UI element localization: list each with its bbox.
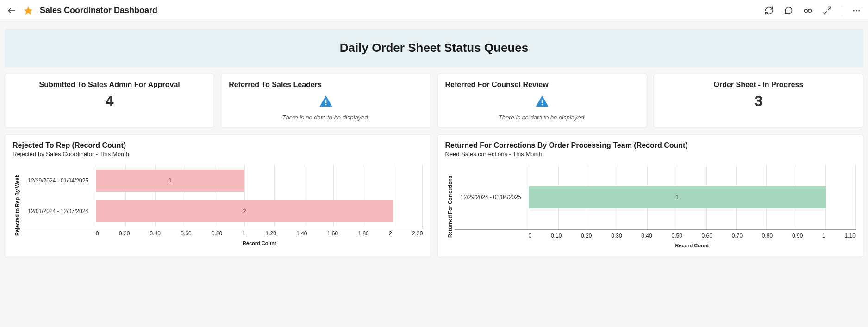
kpi-title: Referred To Sales Leaders	[229, 81, 423, 89]
chart-title: Rejected To Rep (Record Count)	[12, 141, 423, 150]
refresh-icon[interactable]	[764, 6, 774, 16]
bar-row: 12/29/2024 - 01/04/20251	[22, 170, 423, 192]
plot-area: 12/29/2024 - 01/04/2025112/01/2024 - 12/…	[22, 165, 423, 246]
kpi-value: 3	[662, 94, 856, 108]
x-tick: 1	[243, 230, 246, 237]
category-label: 12/29/2024 - 01/04/2025	[22, 177, 91, 184]
nodata-block: There is no data to be displayed.	[445, 94, 639, 121]
x-tick: 0.20	[581, 233, 592, 239]
svg-point-6	[853, 10, 855, 11]
x-axis-label: Record Count	[96, 240, 423, 246]
svg-point-7	[856, 10, 857, 11]
x-tick: 2	[389, 230, 392, 237]
bar-track: 2	[96, 200, 423, 222]
chart-returned-for-corrections[interactable]: Returned For Corrections By Order Proces…	[437, 134, 864, 257]
y-axis-label: Returned For Corrections	[445, 165, 455, 248]
warning-icon	[319, 94, 333, 110]
x-tick: 0	[529, 233, 532, 239]
page-title: Sales Coordinator Dashboard	[40, 6, 157, 15]
back-icon[interactable]	[6, 6, 17, 16]
x-tick: 0.50	[671, 233, 682, 239]
x-axis-label: Record Count	[529, 243, 856, 248]
x-tick: 0.90	[792, 233, 803, 239]
svg-rect-10	[325, 104, 327, 106]
warning-icon	[535, 94, 549, 110]
kpi-title: Order Sheet - In Progress	[662, 81, 856, 89]
banner-title: Daily Order Sheet Status Queues	[9, 41, 859, 55]
bars-area: 12/29/2024 - 01/04/2025112/01/2024 - 12/…	[22, 165, 423, 227]
topbar-left: Sales Coordinator Dashboard	[6, 6, 157, 16]
x-tick: 1.10	[845, 233, 856, 239]
x-tick: 2.20	[412, 230, 423, 237]
chart-rejected-to-rep[interactable]: Rejected To Rep (Record Count) Rejected …	[5, 134, 431, 257]
x-tick: 0.80	[762, 233, 773, 239]
favorite-star-icon[interactable]	[23, 6, 33, 16]
kpi-order-sheet-in-progress[interactable]: Order Sheet - In Progress 3	[654, 74, 863, 128]
kpi-submitted-to-sales-admin[interactable]: Submitted To Sales Admin For Approval 4	[5, 74, 214, 128]
banner: Daily Order Sheet Status Queues	[5, 29, 863, 67]
svg-marker-1	[25, 6, 32, 14]
x-tick: 0.40	[150, 230, 161, 237]
x-tick: 0.10	[551, 233, 562, 239]
bar[interactable]: 2	[96, 200, 393, 222]
bar-row: 12/01/2024 - 12/07/20242	[22, 200, 423, 222]
kpi-referred-to-sales-leaders[interactable]: Referred To Sales Leaders There is no da…	[221, 74, 431, 128]
more-icon[interactable]	[851, 6, 862, 16]
chart-subtitle: Need Sales corrections - This Month	[445, 151, 856, 157]
x-tick: 0.80	[212, 230, 222, 237]
svg-rect-9	[325, 100, 327, 103]
x-tick: 1	[822, 233, 825, 239]
bars-area: 12/29/2024 - 01/04/20251	[455, 165, 856, 230]
x-tick: 1.40	[296, 230, 307, 237]
comment-icon[interactable]	[783, 6, 793, 16]
category-label: 12/29/2024 - 01/04/2025	[455, 194, 524, 201]
svg-line-4	[828, 7, 831, 10]
x-tick: 1.60	[327, 230, 338, 237]
nodata-block: There is no data to be displayed.	[229, 94, 423, 121]
chart-row: Rejected To Rep (Record Count) Rejected …	[3, 128, 865, 257]
x-ticks: 00.100.200.300.400.500.600.700.800.9011.…	[529, 230, 856, 239]
svg-point-8	[858, 10, 860, 11]
topbar-actions	[764, 6, 862, 16]
bar-track: 1	[529, 186, 856, 208]
x-tick: 0.40	[641, 233, 652, 239]
presentation-icon[interactable]	[803, 6, 813, 16]
x-tick: 1.80	[358, 230, 368, 237]
x-tick: 0.30	[611, 233, 622, 239]
bar[interactable]: 1	[96, 170, 244, 192]
x-tick: 1.20	[266, 230, 276, 237]
kpi-referred-for-counsel-review[interactable]: Referred For Counsel Review There is no …	[437, 74, 647, 128]
bar-row: 12/29/2024 - 01/04/20251	[455, 186, 856, 208]
kpi-title: Submitted To Sales Admin For Approval	[12, 81, 206, 89]
nodata-message: There is no data to be displayed.	[499, 114, 586, 121]
dashboard-content: Daily Order Sheet Status Queues Submitte…	[0, 21, 868, 263]
x-tick: 0.20	[119, 230, 130, 237]
chart-body: Rejected to Rep By Week 12/29/2024 - 01/…	[12, 165, 423, 246]
nodata-message: There is no data to be displayed.	[282, 114, 370, 121]
chart-body: Returned For Corrections 12/29/2024 - 01…	[445, 165, 856, 248]
x-tick: 0	[96, 230, 99, 237]
kpi-title: Referred For Counsel Review	[445, 81, 639, 89]
topbar: Sales Coordinator Dashboard	[0, 0, 868, 21]
chart-subtitle: Rejected by Sales Coordinator - This Mon…	[12, 151, 423, 157]
x-tick: 0.70	[732, 233, 743, 239]
svg-rect-11	[542, 100, 543, 103]
y-axis-label: Rejected to Rep By Week	[12, 165, 22, 246]
kpi-row: Submitted To Sales Admin For Approval 4 …	[3, 74, 865, 128]
kpi-value: 4	[12, 94, 206, 108]
x-ticks: 00.200.400.600.8011.201.401.601.8022.20	[96, 227, 423, 237]
category-label: 12/01/2024 - 12/07/2024	[22, 208, 91, 214]
svg-rect-12	[542, 104, 543, 106]
x-tick: 0.60	[181, 230, 191, 237]
expand-icon[interactable]	[822, 6, 832, 16]
svg-point-3	[808, 9, 812, 12]
svg-line-5	[824, 11, 827, 14]
svg-point-2	[805, 9, 808, 12]
bar[interactable]: 1	[529, 186, 826, 208]
chart-title: Returned For Corrections By Order Proces…	[445, 141, 856, 150]
divider	[842, 6, 842, 16]
plot-area: 12/29/2024 - 01/04/20251 00.100.200.300.…	[455, 165, 856, 248]
x-tick: 0.60	[702, 233, 712, 239]
bar-track: 1	[96, 170, 423, 192]
